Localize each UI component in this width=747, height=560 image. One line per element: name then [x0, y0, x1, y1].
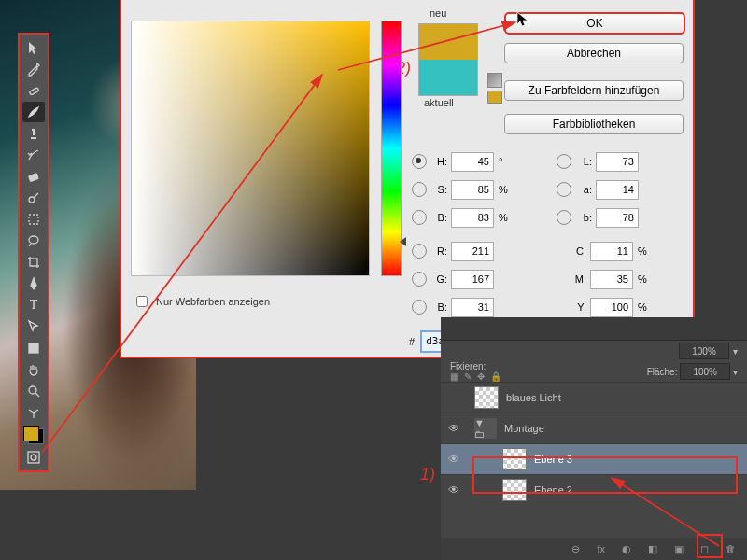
dropdown-icon[interactable]: ▾ — [733, 346, 738, 357]
opacity-row: 100%▾ — [441, 341, 747, 361]
bl-input[interactable] — [451, 298, 494, 317]
stamp-tool[interactable] — [22, 123, 45, 144]
svg-rect-3 — [29, 215, 38, 224]
visibility-icon[interactable]: 👁 — [441, 422, 467, 435]
dodge-tool[interactable] — [22, 188, 45, 208]
row-lab-b: b: — [553, 207, 639, 228]
color-libs-button[interactable]: Farbbibliotheken — [504, 114, 684, 134]
svg-rect-4 — [29, 343, 38, 353]
c-input[interactable] — [590, 242, 633, 261]
add-swatch-button[interactable]: Zu Farbfeldern hinzufügen — [504, 80, 684, 101]
sv-field[interactable] — [131, 21, 370, 276]
footer-icon-6[interactable]: 🗑 — [726, 543, 736, 554]
annotation-1: 1) — [420, 465, 435, 484]
b-input[interactable] — [451, 208, 494, 228]
footer-icon-5[interactable]: ◻ — [700, 543, 709, 555]
cancel-label: Abbrechen — [567, 47, 621, 60]
ok-label: OK — [586, 17, 602, 30]
nearest-color-swatch[interactable] — [487, 91, 502, 104]
color-picker-dialog: 2) neu aktuell OK Abbrechen Zu Farbfelde… — [120, 0, 695, 358]
lasso-tool[interactable] — [22, 231, 45, 251]
visibility-icon[interactable]: 👁 — [441, 453, 467, 466]
l-radio[interactable] — [557, 154, 571, 169]
libs-label: Farbbibliotheken — [553, 118, 636, 131]
new-label: neu — [430, 7, 446, 19]
bri-radio[interactable] — [412, 210, 427, 225]
bl-radio[interactable] — [412, 300, 427, 315]
y-input[interactable] — [590, 298, 633, 317]
g-radio[interactable] — [412, 272, 427, 287]
svg-point-7 — [31, 455, 36, 460]
lab-b-input[interactable] — [596, 208, 639, 228]
layer-row-2[interactable]: 👁Ebene 3 — [441, 443, 747, 474]
3d-tool[interactable] — [22, 402, 45, 423]
fill-label: Fläche: — [647, 367, 678, 377]
ok-button[interactable]: OK — [504, 12, 685, 35]
layer-row-1[interactable]: 👁▼ 🗀Montage — [441, 413, 747, 443]
tools-panel: T — [18, 33, 49, 472]
healing-tool[interactable] — [22, 80, 45, 101]
svg-rect-0 — [29, 88, 39, 95]
l-input[interactable] — [596, 152, 639, 172]
add-label: Zu Farbfeldern hinzufügen — [529, 84, 660, 97]
color-preview — [418, 23, 478, 96]
a-radio[interactable] — [557, 182, 571, 197]
r-input[interactable] — [451, 242, 494, 261]
zoom-tool[interactable] — [22, 381, 45, 401]
history-brush-tool[interactable] — [22, 145, 45, 165]
s-input[interactable] — [451, 180, 494, 200]
sat-radio[interactable] — [412, 182, 427, 197]
footer-icon-1[interactable]: fx — [597, 543, 605, 554]
hue-radio[interactable] — [412, 154, 427, 169]
footer-icon-2[interactable]: ◐ — [622, 543, 631, 555]
pen-tool[interactable] — [22, 273, 45, 294]
fill-value[interactable]: 100% — [680, 363, 730, 380]
footer-icon-3[interactable]: ◧ — [648, 543, 657, 555]
web-colors-checkbox[interactable]: Nur Webfarben anzeigen — [133, 293, 270, 310]
panel-header — [441, 317, 747, 341]
row-s: S:% — [408, 179, 508, 200]
g-input[interactable] — [451, 270, 494, 289]
hand-tool[interactable] — [22, 359, 45, 380]
hue-slider[interactable] — [381, 21, 402, 276]
web-colors-input[interactable] — [136, 296, 148, 307]
eraser-tool[interactable] — [22, 166, 45, 187]
brush-tool[interactable] — [22, 102, 45, 122]
marquee-tool[interactable] — [22, 209, 45, 230]
color-swatches[interactable] — [22, 425, 45, 445]
path-select-tool[interactable] — [22, 316, 45, 337]
foreground-swatch[interactable] — [23, 426, 39, 441]
move-tool[interactable] — [22, 37, 45, 58]
current-color-swatch[interactable] — [419, 60, 477, 95]
h-input[interactable] — [451, 152, 494, 172]
type-tool[interactable]: T — [22, 295, 45, 315]
crop-tool[interactable] — [22, 252, 45, 273]
layer-name: blaues Licht — [506, 392, 747, 403]
m-input[interactable] — [590, 270, 633, 289]
panel-footer: ⊖fx◐◧▣◻🗑 — [441, 538, 747, 560]
cancel-button[interactable]: Abbrechen — [504, 43, 684, 63]
layer-row-0[interactable]: blaues Licht — [441, 382, 747, 413]
row-m: M:% — [570, 269, 647, 289]
a-input[interactable] — [596, 180, 639, 200]
row-l: L: — [553, 151, 639, 172]
footer-icon-4[interactable]: ▣ — [674, 543, 684, 555]
color-cube-icon[interactable] — [487, 73, 502, 88]
visibility-icon[interactable]: 👁 — [441, 483, 467, 497]
r-radio[interactable] — [412, 244, 427, 259]
shape-tool[interactable] — [22, 338, 45, 358]
footer-icon-0[interactable]: ⊖ — [571, 543, 580, 555]
eyedropper-tool[interactable] — [22, 59, 45, 79]
lab-b-radio[interactable] — [557, 210, 571, 225]
layer-name: Ebene 3 — [534, 454, 747, 465]
layer-thumb — [474, 386, 499, 409]
folder-icon: ▼ 🗀 — [474, 418, 497, 439]
layer-list[interactable]: blaues Licht👁▼ 🗀Montage👁Ebene 3👁Ebene 2 — [441, 382, 747, 505]
quickmask-tool[interactable] — [22, 447, 45, 468]
opacity-value[interactable]: 100% — [679, 343, 729, 359]
hue-slider-handle[interactable] — [400, 237, 406, 246]
lock-icons[interactable]: ▦✎✥🔒 — [450, 371, 501, 382]
row-a: a: — [553, 179, 639, 200]
new-color-swatch[interactable] — [419, 24, 477, 60]
layer-row-3[interactable]: 👁Ebene 2 — [441, 474, 747, 505]
